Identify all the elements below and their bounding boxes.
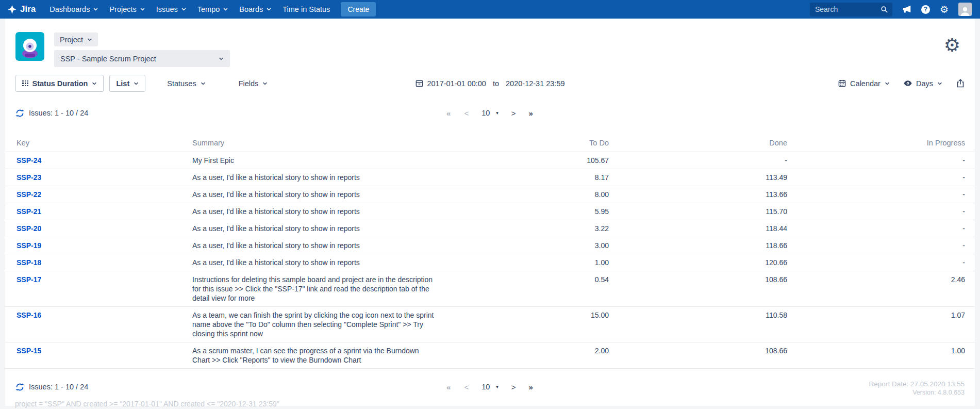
pagination-bottom: « < 10 ▾ > » — [446, 383, 534, 391]
column-header-todo[interactable]: To Do — [443, 139, 609, 147]
table-body: SSP-24 My First Epic 105.67 - - SSP-23 A… — [5, 152, 975, 369]
nav-tempo[interactable]: Tempo — [192, 0, 234, 19]
issue-key-link[interactable]: SSP-23 — [16, 173, 41, 182]
issue-key-link[interactable]: SSP-19 — [16, 241, 41, 250]
cell-inprogress: - — [787, 207, 965, 216]
next-page-button[interactable]: > — [511, 109, 516, 118]
issue-key-link[interactable]: SSP-21 — [16, 207, 41, 216]
chevron-down-icon — [885, 82, 890, 85]
cell-summary: As a user, I'd like a historical story t… — [192, 258, 443, 267]
issue-key-link[interactable]: SSP-24 — [16, 156, 41, 165]
date-to: 2020-12-31 23:59 — [506, 79, 565, 88]
cell-inprogress: - — [787, 173, 965, 182]
report-date: Report Date: 27.05.2020 13:55 — [869, 380, 965, 388]
cell-inprogress: 1.07 — [787, 310, 965, 320]
user-avatar[interactable] — [958, 3, 972, 16]
issue-key-link[interactable]: SSP-18 — [16, 258, 41, 267]
navbar-right: ? ⚙ — [810, 3, 972, 17]
refresh-icon[interactable] — [15, 109, 24, 118]
nav-projects[interactable]: Projects — [104, 0, 150, 19]
settings-gear-icon[interactable]: ⚙ — [940, 5, 949, 14]
results-bar-bottom: Issues: 1 - 10 / 24 « < 10 ▾ > » Report … — [15, 381, 965, 392]
issue-key-link[interactable]: SSP-16 — [16, 311, 41, 319]
nav-boards[interactable]: Boards — [234, 0, 277, 19]
issue-key-link[interactable]: SSP-17 — [16, 275, 41, 284]
issue-key-link[interactable]: SSP-22 — [16, 190, 41, 199]
help-icon[interactable]: ? — [921, 5, 930, 14]
cell-inprogress: - — [787, 241, 965, 250]
project-avatar[interactable] — [15, 32, 44, 61]
issues-count: Issues: 1 - 10 / 24 — [29, 383, 88, 391]
statuses-dropdown[interactable]: Statuses — [167, 79, 205, 88]
announcements-icon[interactable] — [902, 5, 911, 14]
first-page-button[interactable]: « — [446, 383, 451, 391]
cell-done: 113.49 — [609, 173, 787, 182]
unit-dropdown[interactable]: Days — [904, 79, 942, 88]
create-button[interactable]: Create — [341, 2, 376, 17]
report-settings-gear-icon[interactable]: ⚙ — [944, 36, 960, 55]
date-from: 2017-01-01 00:00 — [427, 79, 486, 88]
cell-done: - — [609, 156, 787, 165]
nav-dashboards[interactable]: Dashboards — [44, 0, 104, 19]
cell-todo: 3.00 — [443, 241, 609, 250]
jira-logo[interactable]: Jira — [7, 4, 36, 14]
table-row: SSP-24 My First Epic 105.67 - - — [5, 152, 975, 169]
jira-logo-icon — [7, 5, 17, 14]
nav-issues[interactable]: Issues — [151, 0, 192, 19]
column-header-key[interactable]: Key — [16, 139, 192, 147]
next-page-button[interactable]: > — [511, 383, 516, 391]
page-size-select[interactable]: 10 ▾ — [481, 383, 499, 391]
cell-todo: 2.00 — [443, 346, 609, 355]
project-select[interactable]: SSP - Sample Scrum Project — [54, 50, 230, 67]
cell-todo: 1.00 — [443, 258, 609, 267]
cell-summary: As a user, I'd like a historical story t… — [192, 173, 443, 182]
cell-done: 108.66 — [609, 346, 787, 355]
chevron-down-icon — [201, 82, 206, 85]
project-type-dropdown[interactable]: Project — [54, 32, 98, 46]
grid-icon — [22, 80, 28, 87]
chevron-down-icon — [92, 82, 97, 85]
pagination-top: « < 10 ▾ > » — [446, 109, 534, 118]
chevron-down-icon — [134, 82, 139, 85]
search-input[interactable] — [815, 5, 881, 13]
search-box[interactable] — [810, 3, 892, 17]
calendar-icon — [415, 79, 423, 87]
cell-done: 110.58 — [609, 310, 787, 320]
cell-todo: 0.54 — [443, 275, 609, 284]
project-selector-group: Project SSP - Sample Scrum Project — [54, 32, 230, 67]
view-type-button[interactable]: List — [109, 75, 145, 92]
date-range[interactable]: 2017-01-01 00:00 to 2020-12-31 23:59 — [415, 79, 564, 88]
table-row: SSP-15 As a scrum master, I can see the … — [5, 342, 975, 369]
prev-page-button[interactable]: < — [464, 383, 469, 391]
last-page-button[interactable]: » — [529, 383, 534, 391]
column-header-summary[interactable]: Summary — [192, 139, 443, 147]
cell-done: 108.66 — [609, 275, 787, 284]
table-row: SSP-21 As a user, I'd like a historical … — [5, 203, 975, 220]
search-icon[interactable] — [881, 6, 888, 13]
column-header-inprogress[interactable]: In Progress — [787, 139, 965, 147]
calendar-dropdown[interactable]: Calendar — [838, 79, 890, 88]
toolbar-right: Calendar Days — [838, 79, 965, 88]
issue-key-link[interactable]: SSP-15 — [16, 347, 41, 355]
last-page-button[interactable]: » — [529, 109, 534, 118]
cell-inprogress: - — [787, 156, 965, 165]
cell-summary: My First Epic — [192, 156, 443, 165]
export-icon[interactable] — [956, 79, 965, 88]
eye-icon — [904, 80, 912, 87]
cell-done: 120.66 — [609, 258, 787, 267]
table-row: SSP-22 As a user, I'd like a historical … — [5, 186, 975, 203]
caret-down-icon: ▾ — [496, 110, 499, 116]
prev-page-button[interactable]: < — [464, 109, 469, 118]
app-version: Version: 4.8.0.653 — [869, 388, 965, 397]
cell-inprogress: - — [787, 224, 965, 233]
issues-table: Key Summary To Do Done In Progress SSP-2… — [5, 139, 975, 369]
first-page-button[interactable]: « — [446, 109, 451, 118]
issue-key-link[interactable]: SSP-20 — [16, 224, 41, 233]
column-header-done[interactable]: Done — [609, 139, 787, 147]
page-size-select[interactable]: 10 ▾ — [481, 109, 499, 117]
cell-done: 115.70 — [609, 207, 787, 216]
report-type-button[interactable]: Status Duration — [15, 75, 104, 92]
fields-dropdown[interactable]: Fields — [239, 79, 268, 88]
nav-time-in-status[interactable]: Time in Status — [277, 0, 336, 19]
refresh-icon[interactable] — [15, 383, 24, 391]
